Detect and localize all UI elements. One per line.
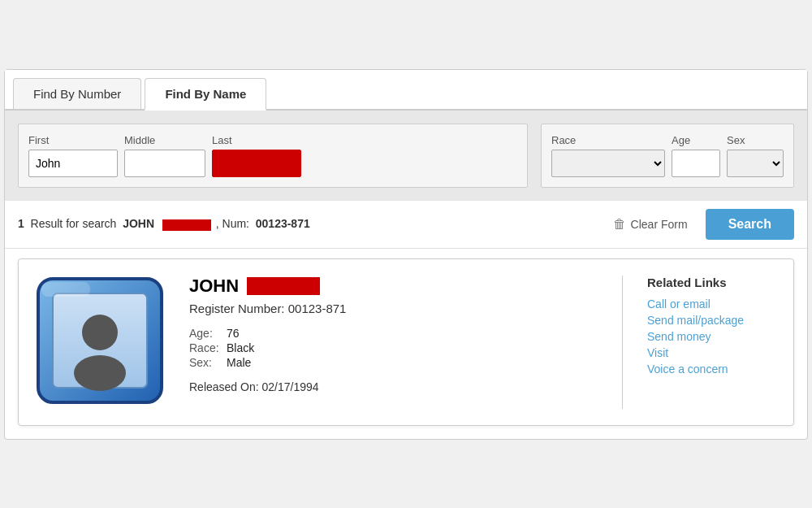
- inmate-info: JOHN Register Number: 00123-871 Age: 76 …: [181, 276, 598, 393]
- details-table: Age: 76 Race: Black Sex: Male: [189, 327, 598, 369]
- filter-fields-group: Race Black White Hispanic Asian Other Ag…: [541, 124, 794, 188]
- tab-find-by-number[interactable]: Find By Number: [13, 78, 141, 109]
- results-bar: 1 Result for search JOHN , Num: 00123-87…: [5, 201, 807, 249]
- sex-select[interactable]: Male Female: [727, 150, 784, 177]
- last-label: Last: [212, 134, 301, 146]
- age-row-value: 76: [227, 327, 240, 340]
- sex-field-group: Sex Male Female: [727, 134, 784, 177]
- result-search-first: JOHN: [123, 217, 154, 230]
- svg-rect-4: [41, 282, 90, 297]
- released-label: Released On:: [189, 380, 259, 393]
- middle-field-group: Middle: [124, 134, 205, 177]
- vertical-divider: [622, 276, 623, 409]
- result-text: 1 Result for search JOHN , Num: 00123-87…: [18, 217, 595, 230]
- clear-form-button[interactable]: 🗑 Clear Form: [605, 212, 696, 237]
- tab-bar: Find By Number Find By Name: [5, 70, 807, 111]
- trash-icon: 🗑: [613, 217, 626, 232]
- middle-input[interactable]: [124, 150, 205, 177]
- clear-form-label: Clear Form: [631, 218, 688, 231]
- age-label: Age: [672, 134, 720, 146]
- race-row-label: Race:: [189, 341, 222, 354]
- tab-find-by-name[interactable]: Find By Name: [145, 78, 266, 111]
- name-fields-group: First Middle Last: [18, 124, 528, 188]
- link-visit[interactable]: Visit: [647, 346, 777, 359]
- register-label: Register Number:: [189, 302, 285, 315]
- register-number: Register Number: 00123-871: [189, 302, 598, 315]
- age-field-group: Age: [672, 134, 720, 177]
- inmate-first-name: JOHN: [189, 276, 239, 297]
- sex-row-value: Male: [227, 356, 251, 369]
- age-row-label: Age:: [189, 327, 222, 340]
- last-input[interactable]: [212, 150, 301, 177]
- age-input[interactable]: [672, 150, 720, 177]
- result-num-label: Num:: [222, 217, 249, 230]
- link-voice-concern[interactable]: Voice a concern: [647, 363, 777, 376]
- related-links-title: Related Links: [647, 276, 777, 289]
- race-label: Race: [551, 134, 665, 146]
- race-row-value: Black: [227, 341, 254, 354]
- last-field-group: Last: [212, 134, 301, 177]
- svg-point-2: [82, 315, 118, 350]
- inmate-name: JOHN: [189, 276, 598, 297]
- middle-label: Middle: [124, 134, 205, 146]
- race-select[interactable]: Black White Hispanic Asian Other: [551, 150, 665, 177]
- link-send-mail[interactable]: Send mail/package: [647, 314, 777, 327]
- race-row: Race: Black: [189, 341, 598, 354]
- avatar-area: [35, 276, 165, 409]
- main-container: Find By Number Find By Name First Middle…: [4, 69, 808, 440]
- search-area: First Middle Last Race Black White Hispa…: [5, 111, 807, 201]
- avatar-icon: [35, 276, 165, 406]
- register-num-value: 00123-871: [288, 302, 347, 315]
- link-call-or-email[interactable]: Call or email: [647, 297, 777, 310]
- svg-point-3: [74, 355, 126, 391]
- released-on: Released On: 02/17/1994: [189, 380, 598, 393]
- first-field-group: First: [28, 134, 118, 177]
- link-send-money[interactable]: Send money: [647, 330, 777, 343]
- sex-label: Sex: [727, 134, 784, 146]
- first-input[interactable]: [28, 150, 118, 177]
- race-field-group: Race Black White Hispanic Asian Other: [551, 134, 665, 177]
- result-register-num: 00123-871: [256, 217, 310, 230]
- age-row: Age: 76: [189, 327, 598, 340]
- inmate-last-redacted: [247, 277, 320, 295]
- result-label: Result for search: [31, 217, 117, 230]
- sex-row-label: Sex:: [189, 356, 222, 369]
- result-card: JOHN Register Number: 00123-871 Age: 76 …: [18, 258, 794, 426]
- related-links: Related Links Call or email Send mail/pa…: [647, 276, 777, 379]
- result-count: 1: [18, 217, 24, 230]
- sex-row: Sex: Male: [189, 356, 598, 369]
- released-date: 02/17/1994: [262, 380, 319, 393]
- result-last-redacted: [162, 219, 211, 231]
- first-label: First: [28, 134, 118, 146]
- search-button[interactable]: Search: [706, 209, 794, 240]
